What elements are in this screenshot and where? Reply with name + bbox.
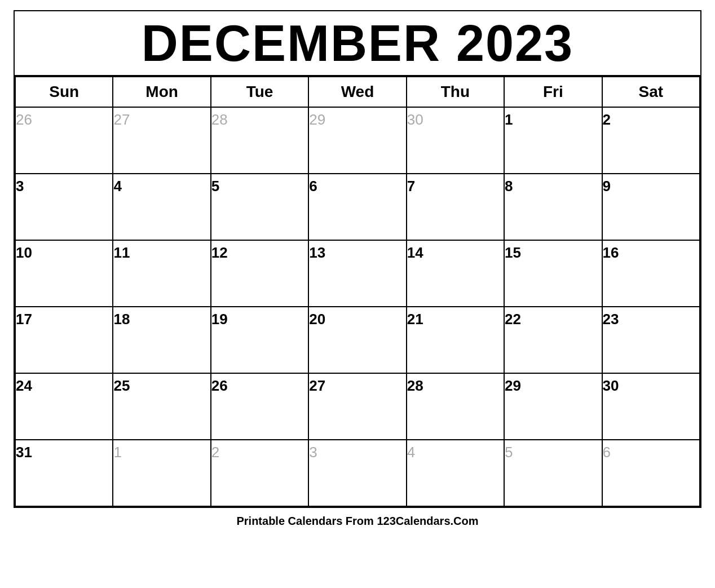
day-number: 2	[603, 111, 611, 128]
weekday-header-fri: Fri	[504, 77, 602, 107]
day-number: 22	[505, 311, 521, 328]
day-number: 5	[211, 178, 219, 194]
day-number: 2	[211, 444, 219, 461]
day-number: 18	[113, 311, 130, 328]
day-number: 30	[407, 111, 423, 128]
calendar-grid: SunMonTueWedThuFriSat 262728293012345678…	[15, 76, 700, 507]
day-number: 5	[505, 444, 513, 461]
day-number: 12	[211, 244, 228, 261]
day-number: 29	[505, 377, 521, 394]
calendar-cell: 12	[211, 240, 308, 307]
day-number: 20	[309, 311, 325, 328]
day-number: 27	[309, 377, 325, 394]
calendar-cell: 27	[308, 373, 406, 440]
calendar-week-1: 262728293012	[15, 107, 700, 174]
day-number: 3	[309, 444, 317, 461]
day-number: 7	[407, 178, 415, 194]
calendar-cell: 14	[407, 240, 504, 307]
calendar-body: 2627282930123456789101112131415161718192…	[15, 107, 700, 506]
calendar-cell: 29	[504, 373, 602, 440]
day-number: 26	[16, 111, 32, 128]
calendar-cell: 16	[602, 240, 700, 307]
footer-prefix: Printable Calendars From	[236, 515, 377, 527]
day-number: 11	[113, 244, 130, 261]
calendar-cell: 2	[211, 440, 308, 506]
day-number: 6	[309, 178, 317, 194]
day-number: 19	[211, 311, 228, 328]
calendar-cell: 8	[504, 174, 602, 240]
calendar-cell: 13	[308, 240, 406, 307]
calendar-cell: 9	[602, 174, 700, 240]
calendar-cell: 26	[15, 107, 113, 174]
calendar-cell: 31	[15, 440, 113, 506]
day-number: 4	[113, 178, 121, 194]
day-number: 23	[603, 311, 619, 328]
calendar-cell: 6	[308, 174, 406, 240]
calendar-week-4: 17181920212223	[15, 307, 700, 373]
day-number: 28	[407, 377, 423, 394]
calendar-cell: 17	[15, 307, 113, 373]
calendar-cell: 5	[504, 440, 602, 506]
calendar-cell: 23	[602, 307, 700, 373]
day-number: 10	[16, 244, 32, 261]
day-number: 21	[407, 311, 423, 328]
calendar-cell: 3	[308, 440, 406, 506]
day-number: 27	[113, 111, 130, 128]
calendar-cell: 30	[407, 107, 504, 174]
calendar-cell: 29	[308, 107, 406, 174]
calendar-cell: 6	[602, 440, 700, 506]
footer: Printable Calendars From 123Calendars.Co…	[236, 515, 478, 528]
calendar-header: SunMonTueWedThuFriSat	[15, 77, 700, 107]
calendar-week-5: 24252627282930	[15, 373, 700, 440]
calendar-cell: 19	[211, 307, 308, 373]
calendar-cell: 10	[15, 240, 113, 307]
footer-brand: 123Calendars.Com	[377, 515, 478, 527]
day-number: 4	[407, 444, 415, 461]
calendar-cell: 3	[15, 174, 113, 240]
calendar-cell: 22	[504, 307, 602, 373]
calendar-cell: 5	[211, 174, 308, 240]
day-number: 16	[603, 244, 619, 261]
calendar-cell: 18	[113, 307, 210, 373]
weekday-header-sun: Sun	[15, 77, 113, 107]
calendar-cell: 20	[308, 307, 406, 373]
calendar-cell: 15	[504, 240, 602, 307]
calendar-week-3: 10111213141516	[15, 240, 700, 307]
weekday-header-thu: Thu	[407, 77, 504, 107]
day-number: 1	[113, 444, 121, 461]
day-number: 17	[16, 311, 32, 328]
calendar-cell: 21	[407, 307, 504, 373]
calendar-title: DECEMBER 2023	[15, 11, 700, 76]
calendar-cell: 28	[407, 373, 504, 440]
calendar-cell: 4	[407, 440, 504, 506]
calendar-container: DECEMBER 2023 SunMonTueWedThuFriSat 2627…	[14, 10, 701, 508]
day-number: 25	[113, 377, 130, 394]
day-number: 29	[309, 111, 325, 128]
calendar-cell: 4	[113, 174, 210, 240]
calendar-cell: 28	[211, 107, 308, 174]
calendar-cell: 25	[113, 373, 210, 440]
calendar-cell: 30	[602, 373, 700, 440]
weekday-header-tue: Tue	[211, 77, 308, 107]
calendar-week-6: 31123456	[15, 440, 700, 506]
calendar-cell: 2	[602, 107, 700, 174]
day-number: 28	[211, 111, 228, 128]
day-number: 9	[603, 178, 611, 194]
day-number: 6	[603, 444, 611, 461]
calendar-cell: 1	[504, 107, 602, 174]
day-number: 14	[407, 244, 423, 261]
day-number: 30	[603, 377, 619, 394]
calendar-cell: 24	[15, 373, 113, 440]
weekday-header-mon: Mon	[113, 77, 210, 107]
weekday-row: SunMonTueWedThuFriSat	[15, 77, 700, 107]
day-number: 26	[211, 377, 228, 394]
calendar-cell: 1	[113, 440, 210, 506]
weekday-header-wed: Wed	[308, 77, 406, 107]
day-number: 24	[16, 377, 32, 394]
calendar-week-2: 3456789	[15, 174, 700, 240]
weekday-header-sat: Sat	[602, 77, 700, 107]
calendar-cell: 7	[407, 174, 504, 240]
day-number: 3	[16, 178, 24, 194]
calendar-cell: 27	[113, 107, 210, 174]
day-number: 13	[309, 244, 325, 261]
